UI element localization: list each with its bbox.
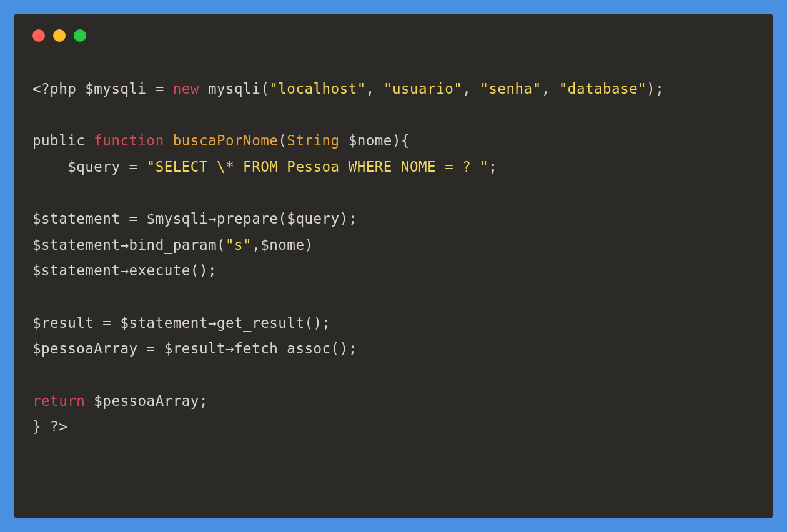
code-token: , [462, 81, 480, 97]
code-token: $statement = $mysqli→prepare($query); [32, 210, 357, 227]
code-token: "senha" [480, 81, 541, 97]
code-token: $statement→bind_param( [32, 237, 225, 253]
code-line-3: public function buscaPorNome(String $nom… [32, 132, 410, 149]
code-token: public [32, 132, 94, 149]
code-block: <?php $mysqli = new mysqli("localhost", … [32, 76, 755, 440]
code-token: function [94, 132, 164, 149]
code-token: <?php $mysqli = [32, 81, 173, 97]
code-token: $nome){ [340, 132, 410, 149]
code-token: ( [278, 132, 287, 149]
code-token: mysqli( [199, 81, 269, 97]
code-line-8: $statement→execute(); [32, 262, 217, 278]
code-token: $pessoaArray; [85, 393, 208, 409]
code-token: buscaPorNome [173, 132, 279, 149]
traffic-lights [32, 29, 755, 42]
code-line-4: $query = "SELECT \* FROM Pessoa WHERE NO… [32, 159, 497, 175]
code-token [164, 132, 173, 149]
code-line-11: $pessoaArray = $result→fetch_assoc(); [32, 340, 357, 357]
code-token: "localhost" [269, 81, 366, 97]
code-token: $query = [32, 159, 147, 175]
code-line-10: $result = $statement→get_result(); [32, 315, 331, 331]
code-token: , [542, 81, 559, 97]
code-line-7: $statement→bind_param("s",$nome) [32, 237, 313, 253]
code-line-14: } ?> [32, 418, 67, 435]
code-token: ,$nome) [252, 237, 313, 253]
code-token: new [173, 81, 199, 97]
code-token: "s" [225, 237, 252, 253]
code-token: , [366, 81, 384, 97]
code-line-6: $statement = $mysqli→prepare($query); [32, 210, 357, 227]
code-token: ; [488, 159, 497, 175]
maximize-icon[interactable] [74, 29, 86, 42]
code-token: return [32, 393, 85, 409]
code-token: "SELECT \* FROM Pessoa WHERE NOME = ? " [147, 159, 489, 175]
code-token: } ?> [32, 418, 67, 435]
code-token: "database" [559, 81, 646, 97]
code-window: <?php $mysqli = new mysqli("localhost", … [14, 14, 773, 518]
code-token: $pessoaArray = $result→fetch_assoc(); [32, 340, 357, 357]
code-line-13: return $pessoaArray; [32, 393, 208, 409]
code-token: ); [646, 81, 664, 97]
close-icon[interactable] [32, 29, 45, 42]
code-line-1: <?php $mysqli = new mysqli("localhost", … [32, 81, 664, 97]
code-token: $result = $statement→get_result(); [32, 315, 331, 331]
code-token: String [287, 132, 339, 149]
code-token: "usuario" [384, 81, 462, 97]
minimize-icon[interactable] [53, 29, 66, 42]
code-token: $statement→execute(); [32, 262, 217, 278]
